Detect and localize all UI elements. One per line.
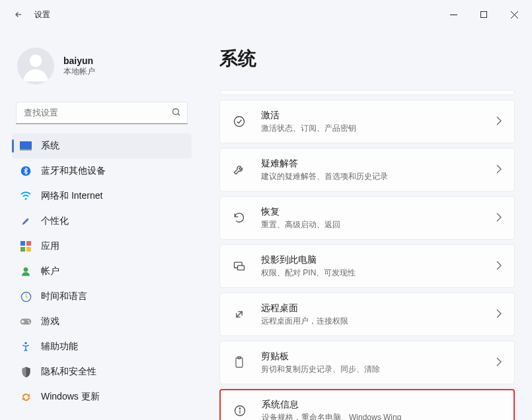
nav-label: 应用	[41, 240, 59, 252]
svg-rect-11	[20, 241, 25, 246]
nav-item-accounts[interactable]: 帐户	[12, 259, 192, 284]
svg-point-21	[235, 117, 245, 127]
nav-label: 系统	[41, 140, 59, 152]
svg-point-19	[28, 322, 30, 323]
nav-item-privacy[interactable]: 隐私和安全性	[12, 359, 192, 384]
card-project[interactable]: 投影到此电脑 权限、配对 PIN、可发现性	[219, 244, 515, 288]
chevron-right-icon	[496, 116, 502, 127]
card-title: 疑难解答	[261, 158, 481, 170]
page-title: 系统	[219, 46, 515, 71]
svg-rect-23	[238, 265, 245, 270]
nav-label: 蓝牙和其他设备	[41, 165, 106, 177]
card-sub: 建议的疑难解答、首选项和历史记录	[261, 171, 481, 182]
card-sub: 远程桌面用户，连接权限	[261, 316, 481, 327]
window-title: 设置	[34, 9, 50, 20]
nav-label: 网络和 Internet	[41, 190, 102, 202]
nav-item-gaming[interactable]: 游戏	[12, 309, 192, 334]
apps-icon	[20, 240, 32, 252]
svg-point-20	[24, 342, 26, 344]
svg-rect-13	[20, 247, 25, 252]
search-box[interactable]	[16, 102, 188, 124]
main-content: 系统 激活 激活状态、订阅、产品密钥 疑难解答 建议的疑难解答、首选项和历史记录…	[198, 29, 532, 420]
nav-label: Windows 更新	[41, 391, 100, 403]
nav-label: 辅助功能	[41, 341, 78, 353]
nav-item-apps[interactable]: 应用	[12, 234, 192, 259]
info-icon	[233, 403, 247, 418]
wifi-icon	[20, 190, 32, 202]
nav-label: 时间和语言	[41, 291, 87, 302]
card-title: 系统信息	[262, 399, 502, 411]
sidebar: baiyun 本地帐户 系统 蓝牙和其他设备 网络和 Internet	[0, 29, 198, 420]
clock-globe-icon	[20, 291, 32, 302]
search-icon	[171, 107, 181, 119]
remote-icon	[232, 307, 247, 322]
svg-point-15	[24, 267, 28, 272]
card-activation[interactable]: 激活 激活状态、订阅、产品密钥	[219, 100, 515, 143]
chevron-right-icon	[496, 309, 502, 320]
card-remote-desktop[interactable]: 远程桌面 远程桌面用户，连接权限	[219, 293, 515, 336]
svg-point-28	[239, 408, 240, 409]
card-title: 投影到此电脑	[261, 254, 481, 266]
minimize-button[interactable]	[438, 4, 469, 25]
nav-item-accessibility[interactable]: 辅助功能	[12, 334, 192, 359]
nav-label: 隐私和安全性	[41, 366, 96, 378]
svg-point-4	[30, 55, 42, 67]
nav-label: 游戏	[41, 316, 59, 328]
display-icon	[20, 140, 32, 152]
card-sub: 权限、配对 PIN、可发现性	[261, 267, 481, 279]
nav-label: 个性化	[41, 215, 69, 227]
svg-rect-24	[236, 358, 243, 367]
nav-item-time-language[interactable]: 时间和语言	[12, 284, 192, 309]
wrench-icon	[232, 162, 247, 177]
svg-point-5	[173, 109, 179, 115]
card-title: 激活	[261, 110, 481, 122]
avatar	[17, 48, 54, 85]
card-stub	[219, 90, 515, 95]
checkmark-circle-icon	[232, 114, 247, 129]
card-clipboard[interactable]: 剪贴板 剪切和复制历史记录、同步、清除	[219, 341, 515, 384]
svg-rect-14	[26, 247, 31, 252]
chevron-right-icon	[496, 213, 502, 224]
card-title: 剪贴板	[261, 351, 481, 363]
update-icon	[20, 391, 32, 403]
chevron-right-icon	[496, 357, 502, 368]
nav-list: 系统 蓝牙和其他设备 网络和 Internet 个性化 应用 帐户	[12, 133, 192, 409]
svg-line-6	[178, 114, 180, 116]
svg-point-10	[25, 198, 27, 200]
nav-item-bluetooth[interactable]: 蓝牙和其他设备	[12, 158, 192, 184]
profile-sub: 本地帐户	[63, 66, 95, 77]
shield-icon	[20, 366, 32, 378]
card-troubleshoot[interactable]: 疑难解答 建议的疑难解答、首选项和历史记录	[219, 148, 515, 192]
card-sub: 重置、高级启动、返回	[261, 219, 481, 230]
svg-rect-7	[20, 141, 32, 149]
card-about[interactable]: 系统信息 设备规格，重命名电脑、Windows Wing	[219, 389, 515, 420]
search-input[interactable]	[16, 102, 188, 124]
svg-point-18	[28, 320, 29, 321]
nav-item-windows-update[interactable]: Windows 更新	[12, 384, 192, 409]
chevron-right-icon	[496, 261, 502, 272]
card-sub: 剪切和复制历史记录、同步、清除	[261, 364, 481, 375]
profile-name: baiyun	[63, 55, 95, 66]
gamepad-icon	[20, 316, 32, 328]
account-icon	[20, 265, 32, 277]
project-icon	[232, 259, 247, 273]
profile[interactable]: baiyun 本地帐户	[12, 38, 192, 102]
back-button[interactable]	[9, 5, 28, 24]
card-recovery[interactable]: 恢复 重置、高级启动、返回	[219, 196, 515, 240]
nav-item-personalization[interactable]: 个性化	[12, 209, 192, 234]
card-title: 远程桌面	[261, 302, 481, 314]
titlebar: 设置	[0, 0, 532, 29]
nav-item-network[interactable]: 网络和 Internet	[12, 184, 192, 209]
bluetooth-icon	[20, 165, 32, 177]
svg-rect-1	[480, 11, 486, 17]
svg-rect-12	[26, 241, 31, 246]
nav-label: 帐户	[41, 265, 59, 277]
accessibility-icon	[20, 341, 32, 353]
nav-item-system[interactable]: 系统	[12, 133, 192, 158]
maximize-button[interactable]	[469, 4, 499, 25]
svg-rect-8	[20, 149, 32, 151]
clipboard-icon	[232, 355, 247, 370]
recovery-icon	[232, 211, 247, 225]
close-button[interactable]	[499, 4, 529, 25]
brush-icon	[20, 215, 32, 227]
